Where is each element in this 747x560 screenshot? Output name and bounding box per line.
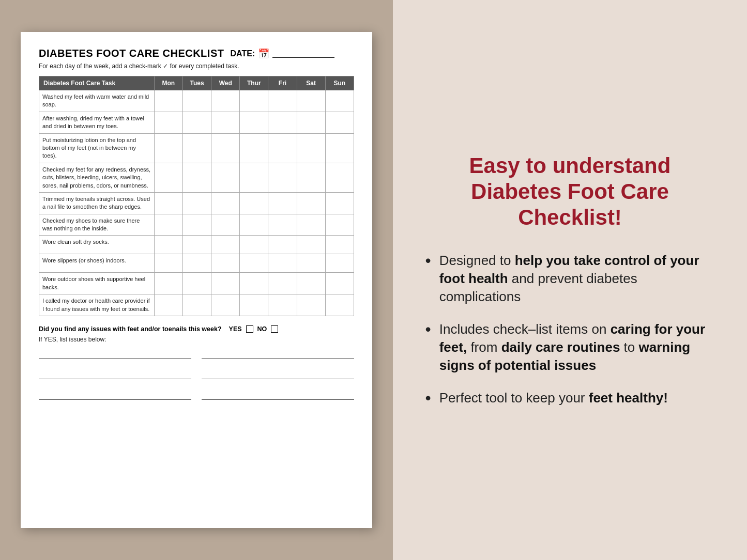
check-cell-r9-d4[interactable] <box>240 273 268 294</box>
right-panel: Easy to understand Diabetes Foot Care Ch… <box>393 0 747 560</box>
check-cell-r9-d5[interactable] <box>268 273 297 294</box>
check-cell-r8-d4[interactable] <box>240 254 268 273</box>
check-cell-r5-d3[interactable] <box>211 192 240 214</box>
check-cell-r9-d7[interactable] <box>325 273 354 294</box>
check-cell-r6-d7[interactable] <box>325 214 354 236</box>
check-cell-r8-d3[interactable] <box>211 254 240 273</box>
check-cell-r6-d4[interactable] <box>240 214 268 236</box>
check-cell-r5-d6[interactable] <box>297 192 325 214</box>
check-cell-r8-d7[interactable] <box>325 254 354 273</box>
checklist-table: Diabetes Foot Care Task Mon Tues Wed Thu… <box>39 76 354 316</box>
check-cell-r5-d2[interactable] <box>182 192 211 214</box>
check-cell-r7-d1[interactable] <box>154 236 182 254</box>
yes-checkbox[interactable] <box>246 325 253 333</box>
check-cell-r3-d7[interactable] <box>325 133 354 163</box>
check-cell-r9-d3[interactable] <box>211 273 240 294</box>
check-cell-r10-d6[interactable] <box>297 294 325 316</box>
check-cell-r4-d4[interactable] <box>240 163 268 192</box>
col-header-task: Diabetes Foot Care Task <box>39 76 155 90</box>
check-cell-r2-d4[interactable] <box>240 112 268 133</box>
check-cell-r8-d6[interactable] <box>297 254 325 273</box>
check-cell-r1-d2[interactable] <box>182 90 211 112</box>
check-cell-r1-d5[interactable] <box>268 90 297 112</box>
check-cell-r3-d2[interactable] <box>182 133 211 163</box>
check-cell-r9-d6[interactable] <box>297 273 325 294</box>
check-cell-r4-d6[interactable] <box>297 163 325 192</box>
check-cell-r10-d3[interactable] <box>211 294 240 316</box>
write-line-1[interactable] <box>39 348 191 359</box>
check-cell-r4-d7[interactable] <box>325 163 354 192</box>
check-cell-r1-d1[interactable] <box>154 90 182 112</box>
check-cell-r9-d1[interactable] <box>154 273 182 294</box>
check-cell-r3-d6[interactable] <box>297 133 325 163</box>
write-line-2[interactable] <box>202 348 354 359</box>
check-cell-r10-d7[interactable] <box>325 294 354 316</box>
check-cell-r7-d6[interactable] <box>297 236 325 254</box>
check-cell-r1-d6[interactable] <box>297 90 325 112</box>
check-cell-r8-d1[interactable] <box>154 254 182 273</box>
bullet-item-1: • Designed to help you take control of y… <box>425 252 715 306</box>
lines-row-3 <box>39 390 354 400</box>
right-title: Easy to understand Diabetes Foot Care Ch… <box>425 153 715 231</box>
check-cell-r2-d2[interactable] <box>182 112 211 133</box>
check-cell-r7-d2[interactable] <box>182 236 211 254</box>
check-cell-r7-d3[interactable] <box>211 236 240 254</box>
if-yes-label: If YES, list issues below: <box>39 336 354 343</box>
check-cell-r6-d3[interactable] <box>211 214 240 236</box>
footer-section: Did you find any issues with feet and/or… <box>39 325 354 400</box>
check-cell-r10-d5[interactable] <box>268 294 297 316</box>
write-line-4[interactable] <box>202 369 354 379</box>
check-cell-r5-d7[interactable] <box>325 192 354 214</box>
check-cell-r10-d1[interactable] <box>154 294 182 316</box>
check-cell-r2-d5[interactable] <box>268 112 297 133</box>
check-cell-r4-d2[interactable] <box>182 163 211 192</box>
check-cell-r5-d4[interactable] <box>240 192 268 214</box>
no-checkbox[interactable] <box>271 325 278 333</box>
check-cell-r4-d1[interactable] <box>154 163 182 192</box>
lines-row-1 <box>39 348 354 359</box>
check-cell-r3-d4[interactable] <box>240 133 268 163</box>
check-cell-r5-d5[interactable] <box>268 192 297 214</box>
write-line-3[interactable] <box>39 369 191 379</box>
task-row-5: Trimmed my toenails straight across. Use… <box>39 192 155 214</box>
doc-title: DIABETES FOOT CARE CHECKLIST <box>39 48 224 59</box>
bullet-dot-1: • <box>425 252 431 270</box>
check-cell-r9-d2[interactable] <box>182 273 211 294</box>
check-cell-r6-d6[interactable] <box>297 214 325 236</box>
check-cell-r6-d2[interactable] <box>182 214 211 236</box>
check-cell-r4-d3[interactable] <box>211 163 240 192</box>
write-line-6[interactable] <box>202 390 354 400</box>
task-row-9: Wore outdoor shoes with supportive heel … <box>39 273 155 294</box>
check-cell-r7-d7[interactable] <box>325 236 354 254</box>
check-cell-r10-d2[interactable] <box>182 294 211 316</box>
check-cell-r6-d1[interactable] <box>154 214 182 236</box>
check-cell-r3-d1[interactable] <box>154 133 182 163</box>
check-cell-r8-d5[interactable] <box>268 254 297 273</box>
task-row-7: Wore clean soft dry socks. <box>39 236 155 254</box>
date-line <box>272 50 334 58</box>
write-line-5[interactable] <box>39 390 191 400</box>
right-content: Easy to understand Diabetes Foot Care Ch… <box>425 153 715 408</box>
check-cell-r1-d4[interactable] <box>240 90 268 112</box>
check-cell-r7-d5[interactable] <box>268 236 297 254</box>
check-cell-r3-d3[interactable] <box>211 133 240 163</box>
subtitle: For each day of the week, add a check-ma… <box>39 63 354 70</box>
check-cell-r5-d1[interactable] <box>154 192 182 214</box>
check-cell-r6-d5[interactable] <box>268 214 297 236</box>
bullet-text-2: Includes check–list items on caring for … <box>439 320 715 375</box>
check-cell-r2-d7[interactable] <box>325 112 354 133</box>
check-cell-r2-d3[interactable] <box>211 112 240 133</box>
col-header-wed: Wed <box>211 76 240 90</box>
yes-no: YES NO <box>229 325 279 333</box>
bullet-item-3: • Perfect tool to keep your feet healthy… <box>425 389 715 407</box>
check-cell-r1-d7[interactable] <box>325 90 354 112</box>
task-row-3: Put moisturizing lotion on the top and b… <box>39 133 155 163</box>
check-cell-r7-d4[interactable] <box>240 236 268 254</box>
check-cell-r10-d4[interactable] <box>240 294 268 316</box>
check-cell-r4-d5[interactable] <box>268 163 297 192</box>
check-cell-r2-d1[interactable] <box>154 112 182 133</box>
check-cell-r2-d6[interactable] <box>297 112 325 133</box>
check-cell-r3-d5[interactable] <box>268 133 297 163</box>
check-cell-r8-d2[interactable] <box>182 254 211 273</box>
check-cell-r1-d3[interactable] <box>211 90 240 112</box>
